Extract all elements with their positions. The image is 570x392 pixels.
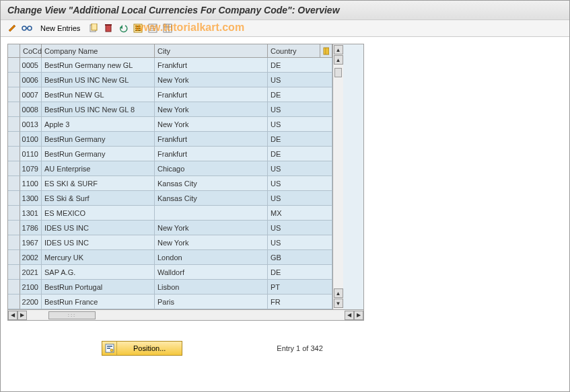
table-row[interactable]: 1967IDES US INCNew YorkUS (8, 235, 332, 250)
cell-city[interactable]: Frankfurt (155, 147, 268, 161)
table-row[interactable]: 2002Mercury UKLondonGB (8, 250, 332, 265)
cell-cocd[interactable]: 2200 (20, 295, 42, 309)
cell-country[interactable]: DE (268, 132, 332, 147)
table-row[interactable]: 1100ES SKI & SURFKansas CityUS (8, 176, 332, 191)
cell-country[interactable]: US (268, 102, 332, 117)
row-selector[interactable] (8, 176, 20, 191)
row-selector[interactable] (8, 191, 20, 206)
table-row[interactable]: 2021SAP A.G.WalldorfDE (8, 265, 332, 280)
cell-cocd[interactable]: 0006 (20, 73, 42, 87)
header-company-name[interactable]: Company Name (42, 44, 155, 58)
cell-company-name[interactable]: BestRun Germany (42, 147, 155, 161)
cell-cocd[interactable]: 0007 (20, 87, 42, 102)
cell-cocd[interactable]: 0110 (20, 147, 42, 161)
cell-country[interactable]: FR (268, 295, 332, 309)
cell-country[interactable]: PT (268, 280, 332, 295)
toggle-display-icon[interactable] (6, 22, 18, 34)
select-all-icon[interactable] (132, 22, 144, 34)
cell-city[interactable]: Walldorf (155, 265, 268, 280)
cell-city[interactable]: Lisbon (155, 280, 268, 295)
table-row[interactable]: 1786IDES US INCNew YorkUS (8, 221, 332, 235)
cell-cocd[interactable]: 0013 (20, 117, 42, 132)
hscroll-thumb[interactable]: ::: (48, 311, 96, 319)
cell-country[interactable]: US (268, 161, 332, 176)
cell-country[interactable]: DE (268, 147, 332, 161)
table-row[interactable]: 1301ES MEXICOMX (8, 206, 332, 221)
cell-company-name[interactable]: BestRun France (42, 295, 155, 309)
row-selector[interactable] (8, 250, 20, 265)
cell-country[interactable]: US (268, 221, 332, 235)
vscroll-thumb[interactable] (334, 68, 342, 77)
cell-cocd[interactable]: 1301 (20, 206, 42, 221)
scroll-left-button[interactable]: ◀ (8, 311, 17, 320)
cell-country[interactable]: US (268, 73, 332, 87)
cell-cocd[interactable]: 1079 (20, 161, 42, 176)
row-selector[interactable] (8, 221, 20, 235)
table-row[interactable]: 1300ES Ski & SurfKansas CityUS (8, 191, 332, 206)
delete-icon[interactable] (102, 22, 114, 34)
vscroll-track[interactable] (334, 65, 342, 289)
cell-company-name[interactable]: SAP A.G. (42, 265, 155, 280)
table-row[interactable]: 2100BestRun PortugalLisbonPT (8, 280, 332, 295)
cell-country[interactable]: GB (268, 250, 332, 265)
cell-city[interactable]: London (155, 250, 268, 265)
scroll-up-button[interactable]: ▲ (334, 45, 343, 54)
cell-city[interactable]: Kansas City (155, 176, 268, 191)
cell-city[interactable]: New York (155, 73, 268, 87)
cell-country[interactable]: US (268, 191, 332, 206)
cell-cocd[interactable]: 2002 (20, 250, 42, 265)
scroll-right-button[interactable]: ▶ (354, 311, 363, 320)
header-country[interactable]: Country (268, 44, 320, 58)
hscroll-track[interactable]: ::: (28, 311, 343, 319)
cell-company-name[interactable]: BestRun NEW GL (42, 87, 155, 102)
cell-city[interactable]: Kansas City (155, 191, 268, 206)
cell-cocd[interactable]: 1786 (20, 221, 42, 235)
cell-cocd[interactable]: 2100 (20, 280, 42, 295)
table-row[interactable]: 0008BestRun US INC New GL 8New YorkUS (8, 102, 332, 117)
cell-city[interactable]: Frankfurt (155, 87, 268, 102)
glasses-icon[interactable] (21, 22, 33, 34)
deselect-all-icon[interactable] (147, 22, 159, 34)
cell-cocd[interactable]: 2021 (20, 265, 42, 280)
table-row[interactable]: 0006BestRun US INC New GLNew YorkUS (8, 73, 332, 87)
row-selector[interactable] (8, 147, 20, 161)
scroll-down-button[interactable]: ▼ (334, 299, 343, 308)
header-city[interactable]: City (155, 44, 268, 58)
header-cocd[interactable]: CoCd (20, 44, 42, 58)
table-row[interactable]: 2200BestRun FranceParisFR (8, 295, 332, 309)
cell-city[interactable]: Frankfurt (155, 132, 268, 147)
cell-city[interactable]: Paris (155, 295, 268, 309)
cell-cocd[interactable]: 0008 (20, 102, 42, 117)
horizontal-scrollbar[interactable]: ◀ ▶ ::: ◀ ▶ (8, 309, 363, 320)
row-selector[interactable] (8, 117, 20, 132)
cell-company-name[interactable]: BestRun Portugal (42, 280, 155, 295)
cell-cocd[interactable]: 0100 (20, 132, 42, 147)
cell-country[interactable]: MX (268, 206, 332, 221)
cell-company-name[interactable]: BestRun Germany new GL (42, 58, 155, 73)
cell-country[interactable]: US (268, 117, 332, 132)
cell-company-name[interactable]: IDES US INC (42, 221, 155, 235)
header-selector[interactable] (8, 44, 20, 58)
scroll-down-button-2[interactable]: ▲ (334, 288, 343, 298)
cell-cocd[interactable]: 0005 (20, 58, 42, 73)
cell-country[interactable]: DE (268, 87, 332, 102)
cell-company-name[interactable]: BestRun US INC New GL 8 (42, 102, 155, 117)
cell-country[interactable]: US (268, 235, 332, 250)
cell-company-name[interactable]: ES Ski & Surf (42, 191, 155, 206)
cell-country[interactable]: DE (268, 58, 332, 73)
cell-city[interactable]: New York (155, 235, 268, 250)
copy-icon[interactable] (87, 22, 100, 34)
row-selector[interactable] (8, 206, 20, 221)
vertical-scrollbar[interactable]: ▲ ▲ ▲ ▼ (332, 44, 343, 309)
table-row[interactable]: 0007BestRun NEW GLFrankfurtDE (8, 87, 332, 102)
cell-company-name[interactable]: Apple 3 (42, 117, 155, 132)
row-selector[interactable] (8, 87, 20, 102)
cell-cocd[interactable]: 1300 (20, 191, 42, 206)
new-entries-button[interactable]: New Entries (36, 22, 85, 34)
row-selector[interactable] (8, 235, 20, 250)
row-selector[interactable] (8, 73, 20, 87)
row-selector[interactable] (8, 265, 20, 280)
cell-city[interactable]: Frankfurt (155, 58, 268, 73)
cell-cocd[interactable]: 1967 (20, 235, 42, 250)
table-settings-icon[interactable] (162, 22, 174, 34)
